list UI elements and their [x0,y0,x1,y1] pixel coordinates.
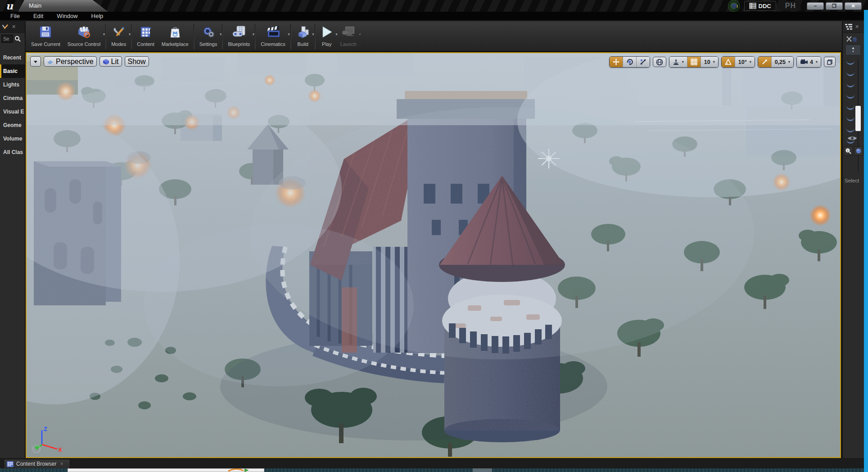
launch-button[interactable]: Launch ▾ [337,22,360,51]
visibility-eye-icon[interactable] [846,61,854,65]
launch-icon [341,24,356,40]
detach-actor-icon[interactable] [846,36,857,45]
visibility-eye-icon[interactable] [846,83,854,87]
modes-category-lights[interactable]: Lights [0,78,25,91]
modes-panel: ✕ Se Recent Basic Lights Cinema Visual E… [0,21,25,458]
transform-tools-group [609,56,650,68]
play-icon [321,24,333,40]
marketplace-icon [169,24,181,40]
dropdown-caret-icon[interactable]: ▾ [359,32,361,36]
visibility-eye-icon[interactable] [846,117,854,121]
camera-speed-group: 4 ▾ [796,56,821,68]
visibility-eye-icon[interactable] [846,128,854,132]
modes-category-basic[interactable]: Basic [0,64,25,78]
settings-button[interactable]: Settings ▾ [196,22,221,51]
grid-snap-toggle-button[interactable] [687,57,701,67]
modes-category-cinematic[interactable]: Cinema [0,91,25,105]
viewport-scene[interactable] [27,53,840,457]
blue-edge-strip [864,10,868,472]
info-magnifier-icon: i [845,148,851,154]
source-control-button[interactable]: Source Control ▾ [64,22,104,51]
panel-close-icon[interactable]: ✕ [12,24,16,30]
content-browser-icon [7,461,14,467]
panel-close-icon[interactable]: ✕ [855,24,859,30]
grid-snap-value-button[interactable]: 10 ▾ [701,57,718,67]
toolbar-separator [194,24,194,49]
move-icon [613,59,619,65]
visibility-eye-icon[interactable] [846,95,854,99]
modes-category-recent[interactable]: Recent [0,51,25,64]
camera-speed-button[interactable]: 4 ▾ [797,57,821,67]
scroll-arrows[interactable]: ▲▼ [845,45,861,55]
search-icon[interactable] [14,36,21,42]
modes-panel-tab[interactable]: ✕ [0,21,25,33]
level-tab-main[interactable]: Main [18,0,108,12]
minimize-button[interactable]: – [807,2,824,10]
save-current-button[interactable]: Save Current [27,22,64,51]
tutorial-graduation-cap-icon[interactable] [728,0,740,12]
rotate-tool-button[interactable] [623,57,636,67]
ddc-indicator[interactable]: DDC [744,1,776,11]
tab-close-icon[interactable]: × [60,461,63,467]
details-tab[interactable]: i [844,146,853,155]
scale-snap-toggle-button[interactable] [758,57,771,67]
translate-tool-button[interactable] [610,57,623,67]
viewport-options-button[interactable] [30,56,41,67]
blueprints-button[interactable]: Blueprints ▾ [224,22,253,51]
marketplace-button[interactable]: Marketplace [158,22,192,51]
menu-window[interactable]: Window [50,12,84,21]
dropdown-caret-icon[interactable]: ▾ [253,32,255,36]
world-local-toggle-button[interactable] [653,57,666,67]
perspective-button[interactable]: Perspective [44,56,97,67]
dropdown-caret-icon[interactable]: ▾ [129,32,131,36]
visibility-eye-icon[interactable] [846,72,854,76]
chevron-down-icon: ▾ [682,60,684,64]
scale-snap-value-button[interactable]: 0,25 ▾ [771,57,793,67]
modes-search-input[interactable]: Se [1,35,13,43]
visibility-eye-icon[interactable] [846,106,854,110]
rotation-snap-toggle-button[interactable] [722,57,735,67]
modes-button[interactable]: Modes ▾ [108,22,130,51]
content-browser-tab[interactable]: Content Browser × [4,459,70,468]
dropdown-caret-icon[interactable]: ▾ [103,32,105,36]
level-viewport[interactable]: Perspective Lit Show [26,52,841,458]
menu-help[interactable]: Help [85,12,110,21]
blueprints-icon [231,24,247,40]
dropdown-caret-icon[interactable]: ▾ [220,32,222,36]
surface-snap-button[interactable]: ▾ [669,57,687,67]
menu-edit[interactable]: Edit [27,12,50,21]
toolbar-separator [222,24,223,49]
maximize-viewport-button[interactable] [824,57,836,67]
world-settings-tab[interactable] [854,146,863,155]
scale-snap-icon [761,59,768,65]
dropdown-caret-icon[interactable]: ▾ [312,32,314,36]
grid-snap-group: ▾ 10 ▾ [669,56,719,68]
menu-bar: File Edit Window Help [0,12,868,21]
modes-tab-icon [2,23,9,31]
modes-category-volumes[interactable]: Volume [0,132,25,145]
show-menu-button[interactable]: Show [125,56,149,67]
lit-mode-button[interactable]: Lit [99,56,122,67]
modes-category-geometry[interactable]: Geome [0,118,25,132]
rotation-snap-value-button[interactable]: 10° ▾ [735,57,755,67]
modes-category-all-classes[interactable]: All Clas [0,145,25,159]
modes-category-visual-effects[interactable]: Visual E [0,105,25,118]
right-dock-panel: ✕ ▲▼ i Select [843,21,864,472]
build-button[interactable]: Build ▾ [293,22,313,51]
menu-file[interactable]: File [4,12,27,21]
close-button[interactable]: ✕ [845,2,862,10]
scale-tool-button[interactable] [636,57,650,67]
cinematics-button[interactable]: Cinematics ▾ [257,22,289,51]
eye-icon[interactable] [847,135,857,143]
restore-button[interactable]: ❐ [826,2,843,10]
settings-icon [201,24,216,40]
import-arrow-icon [227,468,250,472]
toolbar-separator [290,24,291,49]
dropdown-caret-icon[interactable]: ▾ [288,32,290,36]
world-outliner-tab[interactable]: ✕ [843,21,864,33]
unreal-logo-icon: u [3,0,16,11]
content-button[interactable]: Content [133,22,158,51]
scrollbar-thumb[interactable] [855,106,861,131]
play-button[interactable]: Play ▾ [317,22,337,51]
world-globe-icon [855,148,862,154]
